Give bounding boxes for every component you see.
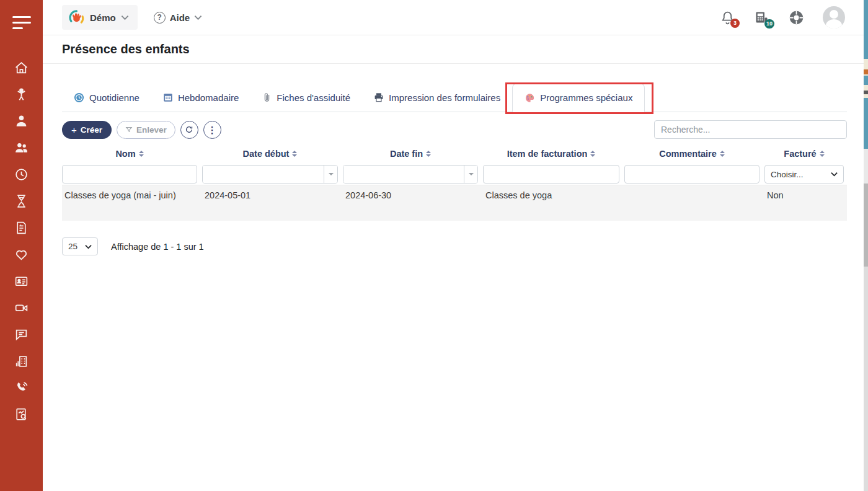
column-header-facture[interactable]: Facturé (764, 149, 844, 159)
minimap-segment (864, 149, 868, 184)
tab-fiches-assiduite[interactable]: Fiches d'assiduité (250, 83, 362, 112)
refresh-button[interactable] (180, 121, 198, 139)
pagination-summary: Affichage de 1 - 1 sur 1 (111, 242, 204, 252)
building-icon (14, 353, 29, 369)
toolbar: + Créer Enlever ⋮ (62, 120, 847, 139)
tab-bar: Quotidienne Hebdomadaire Fiches d'assidu… (62, 83, 847, 112)
tab-quotidienne[interactable]: Quotidienne (62, 83, 151, 112)
chevron-down-icon (194, 15, 202, 20)
scrollbar-thumb[interactable] (864, 184, 868, 267)
sidebar-item-video[interactable] (0, 299, 43, 316)
news-button[interactable]: 10 (753, 9, 770, 26)
cell-date-debut: 2024-05-01 (202, 185, 338, 200)
menu-toggle-icon[interactable] (12, 16, 31, 29)
column-header-date-fin[interactable]: Date fin (343, 149, 478, 159)
group-icon (14, 140, 29, 156)
kebab-icon: ⋮ (208, 125, 217, 135)
filter-date-debut-input[interactable] (203, 166, 324, 183)
topbar-actions: 3 10 (720, 6, 868, 29)
heart-icon (14, 247, 29, 262)
facture-select-value: Choisir... (771, 170, 804, 179)
printer-icon (374, 92, 384, 102)
filter-item-facturation-input[interactable] (483, 165, 619, 184)
sidebar-item-billing[interactable] (0, 219, 43, 236)
tab-programmes-speciaux[interactable]: Programmes spéciaux (512, 83, 645, 112)
clock-icon (14, 167, 29, 182)
tab-impression-formulaires[interactable]: Impression des formulaires (362, 83, 512, 112)
page-size-value: 25 (68, 242, 78, 251)
triangle-down-icon (329, 173, 334, 175)
sidebar-item-children[interactable] (0, 86, 43, 102)
help-menu[interactable]: ? Aide (154, 12, 203, 24)
column-header-commentaire[interactable]: Commentaire (624, 149, 760, 159)
column-header-item-facturation[interactable]: Item de facturation (483, 149, 619, 159)
chat-icon (14, 327, 29, 342)
notifications-button[interactable]: 3 (720, 10, 735, 25)
tab-label: Quotidienne (89, 92, 140, 103)
sidebar-item-staff[interactable] (0, 113, 43, 129)
title-bar: Présence des enfants (43, 35, 868, 64)
invoice-icon (14, 220, 29, 236)
sidebar (0, 0, 43, 491)
sidebar-item-reports[interactable] (0, 406, 43, 422)
filter-date-fin-dropdown[interactable] (464, 166, 477, 183)
filter-funnel-icon (125, 126, 133, 133)
column-header-date-debut[interactable]: Date début (202, 149, 338, 159)
id-card-icon (14, 273, 29, 289)
sort-icon (590, 151, 595, 157)
sort-icon (720, 151, 725, 157)
sidebar-item-messages[interactable] (0, 326, 43, 342)
more-options-button[interactable]: ⋮ (203, 121, 221, 139)
hourglass-icon (14, 193, 29, 209)
create-button-label: Créer (81, 125, 102, 135)
staff-icon (14, 113, 29, 129)
filter-date-debut (202, 165, 338, 184)
sidebar-item-calls[interactable] (0, 379, 43, 396)
cell-commentaire (624, 185, 760, 190)
content: Quotidienne Hebdomadaire Fiches d'assidu… (62, 64, 847, 255)
sidebar-item-home[interactable] (0, 60, 43, 76)
sidebar-item-attendance[interactable] (0, 166, 43, 182)
sidebar-item-agency[interactable] (0, 353, 43, 369)
phone-icon (14, 380, 29, 396)
tab-hebdomadaire[interactable]: Hebdomadaire (151, 83, 250, 112)
tab-label: Fiches d'assiduité (277, 92, 350, 103)
pagination: 25 Affichage de 1 - 1 sur 1 (62, 237, 847, 255)
support-button[interactable] (788, 9, 805, 26)
remove-filter-button[interactable]: Enlever (117, 121, 175, 139)
search-input[interactable] (654, 120, 847, 139)
filter-date-debut-dropdown[interactable] (324, 166, 337, 183)
create-button[interactable]: + Créer (62, 121, 112, 139)
minimap-segment (864, 0, 868, 59)
lifering-icon (788, 9, 805, 26)
weekly-calendar-icon (163, 92, 173, 102)
table-row[interactable]: Classes de yoga (mai - juin) 2024-05-01 … (62, 185, 847, 221)
tab-label: Programmes spéciaux (540, 92, 632, 103)
column-header-nom[interactable]: Nom (62, 149, 197, 159)
sidebar-item-families[interactable] (0, 139, 43, 156)
sort-icon (292, 151, 297, 157)
sidebar-item-timesheets[interactable] (0, 193, 43, 209)
user-avatar[interactable] (823, 6, 845, 29)
cell-date-fin: 2024-06-30 (343, 185, 478, 200)
filter-date-fin (343, 165, 478, 184)
cell-nom: Classes de yoga (mai - juin) (62, 185, 197, 200)
filter-nom-input[interactable] (62, 165, 197, 184)
minimap-scrollbar[interactable] (864, 0, 868, 491)
chevron-down-icon (85, 244, 92, 249)
filter-facture-select[interactable]: Choisir... (764, 165, 844, 184)
page-size-select[interactable]: 25 (62, 237, 98, 255)
org-switcher[interactable]: Démo (62, 5, 138, 30)
sort-icon (820, 151, 825, 157)
minimap-segment (864, 76, 868, 85)
chevron-down-icon (121, 15, 129, 20)
table-header-row: Nom Date début Date fin Item de facturat… (62, 147, 847, 161)
video-camera-icon (14, 300, 29, 316)
filter-date-fin-input[interactable] (343, 166, 464, 183)
paperclip-icon (262, 92, 272, 102)
sort-icon (426, 151, 431, 157)
daily-clock-icon (74, 92, 84, 103)
sidebar-item-id-card[interactable] (0, 273, 43, 289)
sidebar-item-health[interactable] (0, 246, 43, 262)
filter-commentaire-input[interactable] (624, 165, 760, 184)
